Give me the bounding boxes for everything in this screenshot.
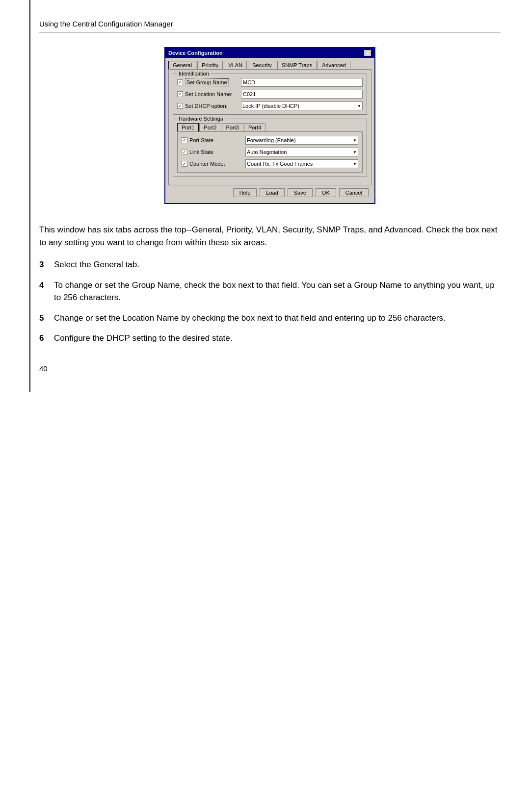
dialog-body: General Priority VLAN Security SNMP Trap…	[165, 58, 374, 203]
step-text-3: Select the General tab.	[54, 258, 501, 271]
group-name-row: Set Group Name	[177, 78, 363, 87]
dhcp-dropdown[interactable]: Lock IP (disable DHCP) ▼	[241, 102, 363, 110]
set-group-name-text: Set Group Name	[185, 78, 229, 86]
identification-group: Identification Set Group Name	[173, 74, 367, 115]
load-button[interactable]: Load	[260, 188, 284, 197]
port1-tab[interactable]: Port1	[177, 123, 199, 131]
step-number-3: 3	[39, 258, 54, 271]
counter-mode-row: Counter Mode: Count Rx, Tx Good Frames ▼	[182, 159, 358, 168]
step-number-4: 4	[39, 279, 54, 292]
link-state-row: Link State Auto Negotiation ▼	[182, 148, 358, 156]
port4-tab[interactable]: Port4	[244, 123, 265, 131]
set-dhcp-checkbox[interactable]	[177, 103, 183, 109]
tab-content: Identification Set Group Name	[168, 69, 371, 185]
save-button[interactable]: Save	[288, 188, 313, 197]
port-state-value: Forwarding (Enable)	[247, 137, 296, 143]
hardware-settings-group: Hardware Settings Port1 Port2 Port3 Port…	[173, 119, 367, 177]
port-state-row: Port State Forwarding (Enable) ▼	[182, 136, 358, 145]
body-text: This window has six tabs across the top-…	[39, 224, 501, 249]
hardware-settings-label: Hardware Settings	[177, 116, 225, 122]
cancel-button[interactable]: Cancel	[339, 188, 369, 197]
dialog-titlebar: Device Configuration x	[165, 48, 374, 58]
tab-security[interactable]: Security	[248, 61, 276, 69]
list-item: 5 Change or set the Location Name by che…	[39, 312, 501, 325]
location-name-row: Set Location Name:	[177, 90, 363, 99]
device-configuration-dialog: Device Configuration x General Priority …	[164, 47, 375, 204]
set-dhcp-label[interactable]: Set DHCP option:	[177, 103, 241, 109]
counter-mode-value: Count Rx, Tx Good Frames	[247, 161, 313, 167]
port-tabs: Port1 Port2 Port3 Port4	[177, 123, 363, 131]
steps-list: 3 Select the General tab. 4 To change or…	[39, 258, 501, 345]
dhcp-value: Lock IP (disable DHCP)	[242, 103, 299, 109]
group-name-input[interactable]	[241, 78, 363, 87]
step-number-6: 6	[39, 332, 54, 345]
set-group-name-checkbox[interactable]	[177, 79, 183, 85]
header-title: Using the Central Configuration Manager	[39, 20, 173, 28]
link-state-value: Auto Negotiation	[247, 149, 287, 155]
step-text-5: Change or set the Location Name by check…	[54, 312, 501, 325]
page-footer: 40	[39, 364, 501, 373]
port-state-text: Port State	[189, 137, 213, 143]
dialog-wrapper: Device Configuration x General Priority …	[39, 47, 501, 204]
set-location-name-text: Set Location Name:	[185, 91, 233, 97]
list-item: 3 Select the General tab.	[39, 258, 501, 271]
link-state-dropdown[interactable]: Auto Negotiation ▼	[245, 148, 358, 156]
port-state-dropdown[interactable]: Forwarding (Enable) ▼	[245, 136, 358, 145]
dialog-buttons: Help Load Save OK Cancel	[168, 185, 371, 200]
list-item: 4 To change or set the Group Name, check…	[39, 279, 501, 304]
set-group-name-label[interactable]: Set Group Name	[177, 78, 241, 86]
step-number-5: 5	[39, 312, 54, 325]
port-state-label[interactable]: Port State	[182, 137, 245, 143]
step-text-6: Configure the DHCP setting to the desire…	[54, 332, 501, 345]
link-state-label[interactable]: Link State	[182, 149, 245, 155]
close-button[interactable]: x	[364, 50, 371, 56]
tab-bar: General Priority VLAN Security SNMP Trap…	[168, 61, 371, 69]
step-text-4: To change or set the Group Name, check t…	[54, 279, 501, 304]
set-dhcp-text: Set DHCP option:	[185, 103, 228, 109]
set-location-name-checkbox[interactable]	[177, 91, 183, 97]
list-item: 6 Configure the DHCP setting to the desi…	[39, 332, 501, 345]
counter-mode-arrow: ▼	[353, 162, 357, 166]
port2-tab[interactable]: Port2	[199, 123, 221, 131]
tab-advanced[interactable]: Advanced	[318, 61, 350, 69]
location-name-input[interactable]	[241, 90, 363, 99]
tab-snmp-traps[interactable]: SNMP Traps	[277, 61, 317, 69]
counter-mode-label[interactable]: Counter Mode:	[182, 161, 245, 167]
set-location-name-label[interactable]: Set Location Name:	[177, 91, 241, 97]
counter-mode-text: Counter Mode:	[189, 161, 225, 167]
link-state-checkbox[interactable]	[182, 149, 187, 155]
port-content: Port State Forwarding (Enable) ▼	[177, 131, 363, 173]
port-state-arrow: ▼	[353, 138, 357, 143]
link-state-text: Link State	[189, 149, 213, 155]
counter-mode-dropdown[interactable]: Count Rx, Tx Good Frames ▼	[245, 159, 358, 168]
dialog-title: Device Configuration	[168, 50, 223, 56]
dhcp-option-row: Set DHCP option: Lock IP (disable DHCP) …	[177, 102, 363, 110]
tab-priority[interactable]: Priority	[197, 61, 223, 69]
ok-button[interactable]: OK	[316, 188, 336, 197]
counter-mode-checkbox[interactable]	[182, 161, 187, 167]
page-number: 40	[39, 364, 48, 373]
tab-general[interactable]: General	[168, 61, 196, 69]
link-state-arrow: ▼	[353, 150, 357, 154]
identification-group-label: Identification	[177, 71, 211, 76]
dhcp-dropdown-arrow: ▼	[357, 104, 361, 108]
port-state-checkbox[interactable]	[182, 137, 187, 143]
port3-tab[interactable]: Port3	[222, 123, 243, 131]
page-header: Using the Central Configuration Manager	[39, 20, 501, 32]
help-button[interactable]: Help	[233, 188, 257, 197]
tab-vlan[interactable]: VLAN	[224, 61, 247, 69]
